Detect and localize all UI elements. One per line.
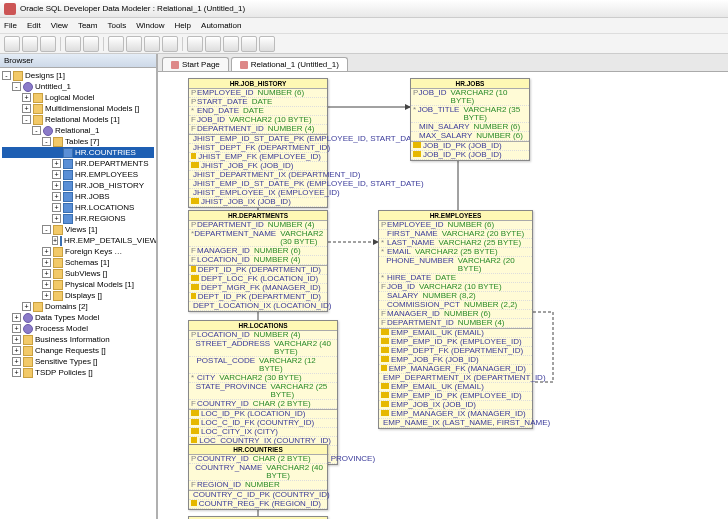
tree-item[interactable]: +Displays [] bbox=[2, 290, 154, 301]
toolbar-btn-icon[interactable] bbox=[223, 36, 239, 52]
db-icon bbox=[23, 82, 33, 92]
toolbar-save-icon[interactable] bbox=[40, 36, 56, 52]
expand-icon[interactable]: + bbox=[52, 236, 58, 245]
tree-item[interactable]: -Views [1] bbox=[2, 224, 154, 235]
toolbar-btn-icon[interactable] bbox=[108, 36, 124, 52]
folder-icon bbox=[53, 269, 63, 279]
expand-icon[interactable]: - bbox=[22, 115, 31, 124]
tree-item[interactable]: +Physical Models [1] bbox=[2, 279, 154, 290]
toolbar-btn-icon[interactable] bbox=[126, 36, 142, 52]
expand-icon[interactable]: + bbox=[12, 335, 21, 344]
tree-item[interactable]: +Multidimensional Models [] bbox=[2, 103, 154, 114]
folder-icon bbox=[23, 357, 33, 367]
tree-item[interactable]: +Change Requests [] bbox=[2, 345, 154, 356]
toolbar-btn-icon[interactable] bbox=[259, 36, 275, 52]
expand-icon[interactable]: + bbox=[42, 291, 51, 300]
tree-item[interactable]: +Domains [2] bbox=[2, 301, 154, 312]
tree-item[interactable]: +Sensitive Types [] bbox=[2, 356, 154, 367]
menu-window[interactable]: Window bbox=[136, 21, 164, 30]
browser-panel: Browser -Designs [1]-Untitled_1+Logical … bbox=[0, 54, 158, 519]
entity-departments[interactable]: HR.DEPARTMENTSPDEPARTMENT_IDNUMBER (4)*D… bbox=[188, 210, 328, 312]
tree-item[interactable]: +Data Types Model bbox=[2, 312, 154, 323]
entity-countries[interactable]: HR.COUNTRIESPCOUNTRY_IDCHAR (2 BYTE)COUN… bbox=[188, 444, 328, 510]
expand-icon[interactable]: - bbox=[2, 71, 11, 80]
toolbar-btn-icon[interactable] bbox=[205, 36, 221, 52]
tree-item[interactable]: +HR.JOB_HISTORY bbox=[2, 180, 154, 191]
expand-icon[interactable]: + bbox=[12, 368, 21, 377]
tree-item[interactable]: +SubViews [] bbox=[2, 268, 154, 279]
tree-item[interactable]: -Relational_1 bbox=[2, 125, 154, 136]
expand-icon[interactable]: + bbox=[42, 269, 51, 278]
toolbar-btn-icon[interactable] bbox=[144, 36, 160, 52]
entity-jobs[interactable]: HR.JOBSPJOB_IDVARCHAR2 (10 BYTE)*JOB_TIT… bbox=[410, 78, 530, 161]
expand-icon[interactable]: + bbox=[22, 104, 31, 113]
expand-icon[interactable]: + bbox=[42, 280, 51, 289]
toolbar-undo-icon[interactable] bbox=[65, 36, 81, 52]
expand-icon[interactable]: + bbox=[52, 214, 61, 223]
toolbar-new-icon[interactable] bbox=[4, 36, 20, 52]
index-row: JHIST_JOB_IX (JOB_ID) bbox=[189, 198, 327, 207]
tab-start-page[interactable]: Start Page bbox=[162, 57, 229, 71]
tree-label: Multidimensional Models [] bbox=[45, 103, 139, 114]
expand-icon[interactable]: + bbox=[52, 181, 61, 190]
tree-item[interactable]: +Schemas [1] bbox=[2, 257, 154, 268]
expand-icon[interactable]: + bbox=[12, 324, 21, 333]
expand-icon[interactable]: + bbox=[12, 313, 21, 322]
tree-item[interactable]: -Designs [1] bbox=[2, 70, 154, 81]
expand-icon[interactable]: + bbox=[42, 247, 51, 256]
toolbar bbox=[0, 34, 728, 54]
menu-edit[interactable]: Edit bbox=[27, 21, 41, 30]
tab-relational[interactable]: Relational_1 (Untitled_1) bbox=[231, 57, 348, 71]
tree-item[interactable]: HR.COUNTRIES bbox=[2, 147, 154, 158]
toolbar-btn-icon[interactable] bbox=[162, 36, 178, 52]
tree-item[interactable]: +Foreign Keys … bbox=[2, 246, 154, 257]
expand-icon[interactable]: + bbox=[42, 258, 51, 267]
diagram-canvas[interactable]: HR.JOB_HISTORYPEMPLOYEE_IDNUMBER (6)PSTA… bbox=[158, 72, 728, 519]
titlebar: Oracle SQL Developer Data Modeler : Rela… bbox=[0, 0, 728, 18]
tree-item[interactable]: +Business Information bbox=[2, 334, 154, 345]
entity-employees[interactable]: HR.EMPLOYEESPEMPLOYEE_IDNUMBER (6)FIRST_… bbox=[378, 210, 533, 429]
tree-label: HR.JOB_HISTORY bbox=[75, 180, 144, 191]
expand-icon[interactable]: - bbox=[42, 225, 51, 234]
tree-label: Relational_1 bbox=[55, 125, 99, 136]
expand-icon[interactable]: + bbox=[12, 357, 21, 366]
table-icon bbox=[60, 236, 62, 246]
key-icon bbox=[381, 392, 389, 398]
menu-file[interactable]: File bbox=[4, 21, 17, 30]
tree-item[interactable]: +HR.LOCATIONS bbox=[2, 202, 154, 213]
tree-item[interactable]: -Tables [7] bbox=[2, 136, 154, 147]
expand-icon[interactable]: + bbox=[22, 93, 31, 102]
tree-label: HR.JOBS bbox=[75, 191, 110, 202]
expand-icon[interactable]: + bbox=[52, 170, 61, 179]
tree-item[interactable]: -Relational Models [1] bbox=[2, 114, 154, 125]
design-tree[interactable]: -Designs [1]-Untitled_1+Logical Model+Mu… bbox=[0, 68, 156, 519]
tree-item[interactable]: -Untitled_1 bbox=[2, 81, 154, 92]
expand-icon[interactable]: + bbox=[52, 203, 61, 212]
toolbar-btn-icon[interactable] bbox=[241, 36, 257, 52]
toolbar-open-icon[interactable] bbox=[22, 36, 38, 52]
expand-icon[interactable]: + bbox=[52, 192, 61, 201]
expand-icon[interactable]: - bbox=[12, 82, 21, 91]
expand-icon[interactable]: - bbox=[32, 126, 41, 135]
tree-item[interactable]: +HR.DEPARTMENTS bbox=[2, 158, 154, 169]
tree-item[interactable]: +HR.REGIONS bbox=[2, 213, 154, 224]
tree-item[interactable]: +HR.EMP_DETAILS_VIEW bbox=[2, 235, 154, 246]
menu-automation[interactable]: Automation bbox=[201, 21, 241, 30]
tree-item[interactable]: +Logical Model bbox=[2, 92, 154, 103]
entity-job_history[interactable]: HR.JOB_HISTORYPEMPLOYEE_IDNUMBER (6)PSTA… bbox=[188, 78, 328, 208]
toolbar-redo-icon[interactable] bbox=[83, 36, 99, 52]
db-icon bbox=[43, 126, 53, 136]
toolbar-btn-icon[interactable] bbox=[187, 36, 203, 52]
tree-item[interactable]: +HR.EMPLOYEES bbox=[2, 169, 154, 180]
expand-icon[interactable]: + bbox=[12, 346, 21, 355]
tree-item[interactable]: +Process Model bbox=[2, 323, 154, 334]
expand-icon[interactable]: + bbox=[52, 159, 61, 168]
menu-tools[interactable]: Tools bbox=[107, 21, 126, 30]
tree-item[interactable]: +HR.JOBS bbox=[2, 191, 154, 202]
expand-icon[interactable]: + bbox=[22, 302, 31, 311]
expand-icon[interactable]: - bbox=[42, 137, 51, 146]
tree-item[interactable]: +TSDP Policies [] bbox=[2, 367, 154, 378]
menu-help[interactable]: Help bbox=[175, 21, 191, 30]
menu-view[interactable]: View bbox=[51, 21, 68, 30]
menu-team[interactable]: Team bbox=[78, 21, 98, 30]
